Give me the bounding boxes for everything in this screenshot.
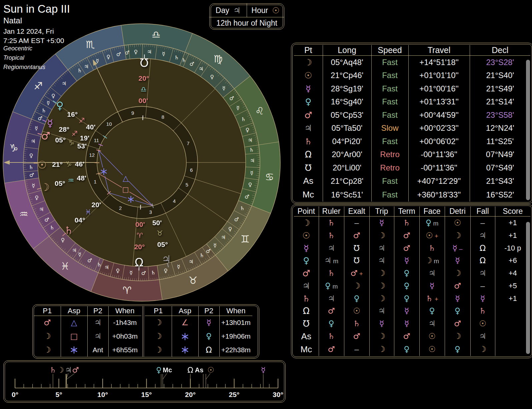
travel-cell: -00°11'36''	[408, 148, 470, 161]
table-row: ☉21°Cp46'Fast+01°01'10''21°S40'	[294, 69, 530, 82]
score-cell	[495, 330, 530, 343]
column-header: Score	[495, 207, 530, 217]
moon-icon: ☽	[378, 332, 385, 341]
degree-ruler: 0°5°10°15°20°25°30°♄☽♃♂♀McΩAs☉☿	[5, 362, 284, 401]
svg-text:12: 12	[89, 152, 95, 158]
table-row: ℧♀♄☿☿♃♂☉	[294, 317, 530, 330]
svg-text:☿: ☿	[35, 125, 38, 131]
speed-cell: Fast	[371, 108, 408, 121]
column-header: Face	[419, 207, 445, 217]
page-title: Sun in Cap III	[3, 3, 70, 15]
mercury-icon: ☿	[206, 318, 211, 327]
ruler-cell: ♃m	[319, 254, 344, 267]
pt-cell: ♄	[294, 135, 323, 148]
app-window: ♈♃♀☿♂♄♉♀☿♃♄♂♊☿♃♀♂♄♋♂♀☿♃♄♌♃♀♄☿♂♍☿♀♃♂♄♎♄☿♃…	[0, 0, 532, 409]
dignity-flag: m	[333, 258, 338, 265]
p2-cell: ♃	[87, 330, 108, 343]
column-header: Exalt	[344, 207, 369, 217]
table-row: ♄04°Pi20'Fast+00°06'02''11°S25'	[294, 135, 530, 148]
svg-text:4: 4	[173, 198, 176, 204]
face-cell: ☉	[419, 343, 445, 356]
table-row: As♄♂☽♂☉☽♃	[294, 330, 530, 343]
detri-cell: ☿	[445, 254, 470, 267]
saturn-icon: ♄	[479, 306, 486, 316]
empty-dash: –	[354, 218, 359, 227]
svg-text:28°: 28°	[59, 125, 69, 133]
svg-text:△: △	[123, 174, 129, 182]
svg-text:♃: ♃	[31, 138, 35, 144]
south-node-icon: ℧	[354, 244, 360, 253]
venus-icon: ♀	[354, 294, 360, 303]
svg-text:8: 8	[162, 114, 164, 120]
moon-icon: ☽	[378, 281, 385, 291]
table-row: Ω♂☉♃☿♀♀♄	[294, 305, 530, 317]
pt-cell: ℧	[294, 161, 323, 174]
pt-cell: ♀	[294, 95, 323, 108]
svg-text:♎: ♎	[152, 29, 161, 40]
svg-text:♐: ♐	[34, 80, 43, 92]
svg-text:♃: ♃	[248, 137, 252, 143]
aspect-row: ☽∠☿+13h01m	[145, 316, 252, 330]
day-ruler: Day ♃	[210, 4, 247, 17]
svg-text:♃: ♃	[250, 157, 255, 164]
face-cell: ☽m	[419, 254, 445, 267]
detri-cell: ♀	[445, 343, 470, 356]
trip-cell: ☽	[369, 343, 394, 356]
svg-text:♏: ♏	[86, 39, 95, 50]
venus-icon: ♀	[455, 306, 461, 316]
jupiter-icon: ♃	[378, 306, 385, 316]
exalt-cell: ♂+	[344, 267, 369, 280]
planetary-hour-text: 12th hour of Night	[210, 17, 284, 29]
mars-icon: ♂	[304, 110, 312, 120]
svg-text:♎: ♎	[140, 85, 147, 93]
venus-icon: ♀	[328, 319, 334, 328]
chart-type: Natal	[3, 16, 70, 25]
svg-text:♂: ♂	[229, 95, 234, 101]
dignities-scrollbar[interactable]	[526, 222, 530, 354]
ruler-cell: ♃	[319, 292, 344, 305]
column-header: P2	[198, 306, 219, 316]
svg-text:♄: ♄	[50, 366, 57, 374]
decl-cell: 21°S43'	[470, 174, 530, 188]
long-cell: 16°Sc51'	[323, 188, 371, 201]
svg-text:♄: ♄	[50, 225, 54, 231]
ruler-cell: ♃	[319, 242, 344, 255]
saturn-icon: ♄	[302, 294, 310, 304]
speed-cell: Retro	[371, 161, 408, 174]
pt-cell: ♃	[294, 122, 323, 135]
south-node-icon: ℧	[305, 163, 312, 173]
system-centering: Geocentric	[3, 44, 45, 53]
table-row: Ω20°Ar00'Retro-00°11'36''07°N49'	[294, 148, 530, 161]
long-cell: 20°Ar00'	[323, 148, 371, 161]
svg-text:☿: ☿	[78, 251, 82, 258]
trip-cell: ☿	[369, 217, 394, 229]
column-header: When	[219, 306, 252, 316]
positions-table-box: PtLongSpeedTravelDecl ☽05°Aq48'Fast+14°5…	[291, 43, 532, 204]
mars-icon: ♂	[403, 332, 410, 341]
jupiter-icon: ♃	[328, 294, 335, 303]
moon-icon: ☽	[425, 256, 432, 265]
when-cell: +0h03m	[108, 330, 141, 343]
svg-text:♉: ♉	[157, 229, 163, 237]
svg-text:♉: ♉	[189, 275, 198, 286]
svg-text:♀: ♀	[56, 99, 64, 111]
dignity-flag: +	[435, 296, 438, 303]
face-cell: ☿	[419, 280, 445, 292]
mercury-icon: ☿	[404, 256, 409, 265]
svg-text:♋: ♋	[265, 171, 274, 183]
p2-cell: ♀	[198, 330, 219, 343]
svg-text:♈: ♈	[123, 285, 132, 296]
exalt-cell: ☉	[344, 305, 369, 317]
svg-text:♀: ♀	[61, 237, 65, 243]
score-cell: +5	[495, 280, 530, 292]
moon-icon: ☽	[378, 269, 385, 278]
moon-icon: ☽	[378, 345, 385, 354]
mars-icon: ♂	[350, 269, 358, 278]
column-header: P2	[87, 306, 108, 316]
speed-cell: Fast	[371, 82, 408, 95]
travel-cell: +01°01'10''	[408, 69, 470, 82]
positions-scrollbar[interactable]	[526, 60, 530, 200]
svg-text:♃: ♃	[162, 253, 171, 265]
svg-text:♄: ♄	[29, 164, 33, 170]
sextile-icon	[181, 333, 189, 341]
